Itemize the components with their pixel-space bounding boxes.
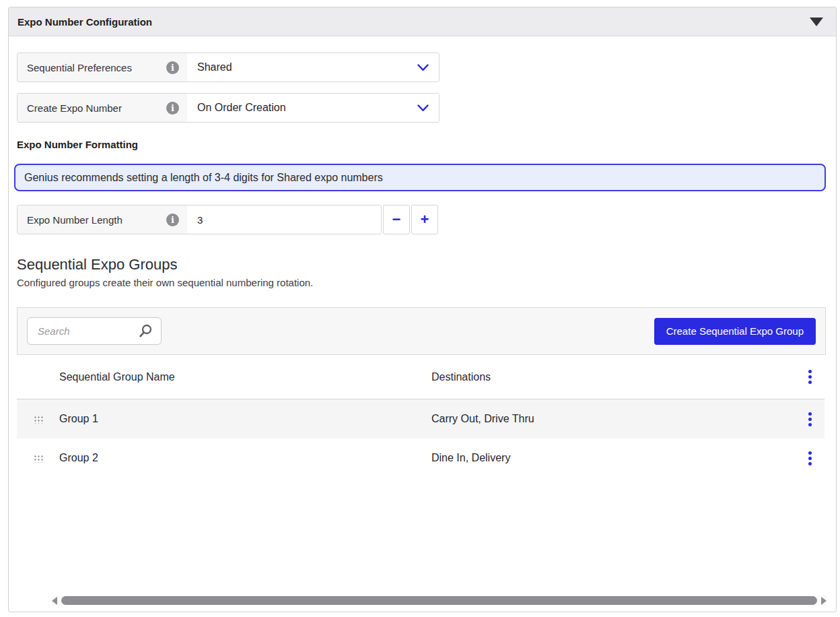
create-sequential-expo-group-button[interactable]: Create Sequential Expo Group [654, 318, 816, 345]
drag-cell [17, 454, 59, 463]
increment-button[interactable]: + [411, 205, 438, 234]
sequential-expo-groups-heading: Sequential Expo Groups [17, 256, 825, 273]
info-icon[interactable]: i [166, 102, 179, 115]
group-name: Group 2 [59, 452, 431, 464]
groups-table-header: Sequential Group Name Destinations [17, 355, 825, 399]
column-destinations: Destinations [431, 371, 795, 383]
drag-cell [17, 415, 59, 424]
chevron-down-icon [417, 104, 429, 112]
sequential-preferences-field: Sequential Preferences i Shared [17, 53, 440, 82]
minus-icon: − [392, 211, 401, 228]
expo-number-formatting-heading: Expo Number Formatting [17, 139, 825, 150]
expo-number-length-label: Expo Number Length [27, 214, 123, 226]
sequential-preferences-select[interactable]: Shared [187, 53, 439, 82]
table-row: Group 1 Carry Out, Drive Thru [17, 399, 825, 439]
create-expo-number-field: Create Expo Number i On Order Creation [17, 93, 440, 123]
horizontal-scrollbar[interactable] [52, 595, 827, 606]
decrement-button[interactable]: − [383, 205, 410, 234]
column-sequential-group-name: Sequential Group Name [59, 371, 431, 383]
sequential-expo-groups-subheading: Configured groups create their own seque… [17, 277, 825, 288]
groups-toolbar: Create Sequential Expo Group [17, 307, 826, 355]
sequential-preferences-label: Sequential Preferences [27, 62, 132, 73]
panel-header: Expo Number Configuration [9, 7, 836, 36]
recommendation-text: Genius recommends setting a length of 3-… [24, 172, 383, 184]
create-expo-number-value: On Order Creation [197, 102, 286, 114]
scroll-right-icon[interactable] [821, 597, 827, 605]
row-menu-cell [795, 451, 825, 465]
panel-content: Sequential Preferences i Shared Create E… [9, 53, 836, 617]
sequential-preferences-value: Shared [197, 61, 232, 73]
caret-down-icon[interactable] [810, 18, 823, 26]
kebab-menu-icon[interactable] [808, 375, 812, 379]
panel-title: Expo Number Configuration [18, 16, 152, 28]
group-name: Group 1 [59, 413, 431, 425]
header-menu-cell [795, 370, 825, 384]
plus-icon: + [421, 211, 429, 228]
expo-number-length-input[interactable]: 3 [187, 205, 381, 234]
recommendation-banner: Genius recommends setting a length of 3-… [14, 164, 826, 191]
drag-handle-icon[interactable] [33, 415, 44, 424]
chevron-down-icon [417, 64, 429, 71]
row-menu-cell [795, 412, 825, 426]
table-row: Group 2 Dine In, Delivery [17, 439, 825, 478]
expo-number-length-field: Expo Number Length i 3 [17, 205, 382, 234]
expo-number-length-row: Expo Number Length i 3 − + [17, 205, 825, 234]
search-box [27, 317, 162, 345]
scrollbar-thumb[interactable] [61, 596, 817, 605]
info-icon[interactable]: i [166, 61, 179, 74]
kebab-menu-icon[interactable] [808, 457, 812, 460]
kebab-menu-icon[interactable] [808, 418, 812, 421]
expo-number-configuration-panel: Expo Number Configuration Sequential Pre… [8, 7, 837, 612]
search-input[interactable] [38, 325, 139, 337]
sequential-preferences-label-area: Sequential Preferences i [18, 53, 187, 82]
expo-number-length-value: 3 [197, 214, 203, 226]
group-destinations: Dine In, Delivery [431, 452, 795, 464]
drag-handle-icon[interactable] [33, 454, 44, 463]
create-expo-number-label-area: Create Expo Number i [18, 94, 187, 122]
search-icon[interactable] [139, 324, 153, 338]
expo-number-length-label-area: Expo Number Length i [18, 205, 187, 234]
scroll-left-icon[interactable] [52, 597, 57, 605]
info-icon[interactable]: i [166, 214, 179, 226]
create-expo-number-label: Create Expo Number [27, 102, 122, 114]
create-expo-number-select[interactable]: On Order Creation [187, 94, 439, 122]
group-destinations: Carry Out, Drive Thru [431, 413, 795, 425]
